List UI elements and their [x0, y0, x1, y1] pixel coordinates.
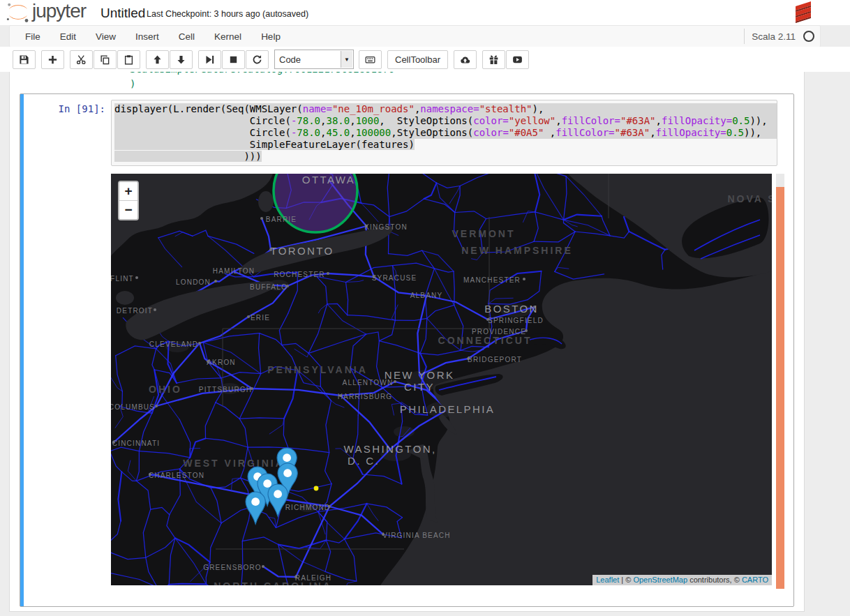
menubar: FileEditViewInsertCellKernelHelp Scala 2…	[9, 25, 821, 47]
map-label: RICHMOND	[285, 504, 331, 511]
toolbar-group	[198, 50, 269, 69]
move-cell-up-icon	[152, 54, 163, 65]
map-label: ERIE	[251, 314, 270, 322]
map-label: VERMONT	[452, 228, 516, 239]
map-label: MANCHESTER	[463, 276, 521, 284]
map-label: CITY	[404, 381, 435, 393]
gift-button[interactable]	[482, 50, 505, 69]
code-line: displayer(L.render(Seq(WMSLayer(name="ne…	[114, 103, 777, 115]
map-label: BRIDGEPORT	[468, 356, 522, 363]
menu-file[interactable]: File	[15, 27, 50, 47]
map-label: SPRINGFIELD	[488, 317, 544, 324]
restart-kernel-button[interactable]	[246, 50, 269, 69]
map-label: PHILADELPHIA	[400, 403, 495, 415]
map-label: AKRON	[207, 359, 236, 366]
move-cell-up-button[interactable]	[146, 50, 169, 69]
menu-view[interactable]: View	[86, 27, 126, 47]
toolbar-group: CellToolbar	[387, 50, 449, 69]
keyboard-shortcuts-button[interactable]	[359, 50, 382, 69]
scala-kernel-logo-icon	[793, 1, 814, 24]
run-cell-icon	[204, 54, 215, 65]
map-label: WEST VIRGINIA	[183, 458, 285, 469]
leaflet-link[interactable]: Leaflet	[596, 576, 619, 584]
notebook-title[interactable]: Untitled	[100, 6, 145, 21]
code-line: Circle(-78.0,38.0,1000, StyleOptions(col…	[114, 115, 777, 127]
input-prompt: In [91]:	[24, 100, 111, 166]
zoom-out-button[interactable]: −	[119, 201, 137, 219]
output-paren: )	[130, 78, 135, 90]
menu-insert[interactable]: Insert	[126, 27, 169, 47]
interrupt-kernel-button[interactable]	[222, 50, 245, 69]
map-label: NEW HAMPSHIRE	[461, 245, 573, 256]
code-line: Circle(-78.0,45.0,100000,StyleOptions(co…	[114, 127, 777, 139]
map-label: HARRISBURG	[338, 393, 393, 400]
map-label: SYRACUSE	[372, 274, 417, 282]
toolbar: Code▼CellToolbar	[13, 50, 535, 69]
cut-cells-icon	[76, 54, 87, 65]
map-label: COLUMBUS	[111, 403, 155, 411]
map-label: WASHINGTON,	[343, 443, 436, 455]
map-label: ALBANY	[410, 292, 443, 299]
kernel-idle-icon	[803, 31, 814, 42]
map-zoom-control: + −	[118, 181, 139, 220]
previous-cell-output: ScalaSimpleFeature:catalog:7001221756828…	[10, 72, 804, 93]
clipped-output-text: ScalaSimpleFeature:catalog:7001221756828…	[130, 72, 394, 75]
cell-type-select[interactable]: Code▼	[274, 50, 354, 69]
map-label: CONNECTICUT	[438, 335, 532, 346]
attribution-text: | ©	[619, 576, 633, 584]
save-icon	[19, 54, 29, 65]
output-scrollbar-thumb[interactable]	[776, 187, 784, 589]
selected-code-cell[interactable]: In [91]: displayer(L.render(Seq(WMSLayer…	[20, 93, 794, 607]
menu-edit[interactable]: Edit	[50, 27, 86, 47]
gift-icon	[489, 54, 499, 65]
map-label: BARRIE	[266, 216, 297, 223]
map-label: PENNSYLVANIA	[267, 364, 368, 375]
run-cell-button[interactable]	[198, 50, 221, 69]
zoom-in-button[interactable]: +	[119, 182, 137, 201]
carto-link[interactable]: CARTO	[742, 576, 768, 584]
code-line: SimpleFeatureLayer(features)	[114, 139, 777, 151]
leaflet-map[interactable]: OTTAWABARRIEKINGSTONTORONTOHAMILTONLONDO…	[111, 174, 772, 585]
cloud-upload-icon	[460, 54, 470, 65]
jupyter-logo-icon[interactable]	[6, 1, 31, 24]
menu-kernel[interactable]: Kernel	[204, 27, 251, 47]
toolbar-group	[359, 50, 382, 69]
video-button[interactable]	[506, 50, 529, 69]
map-label: GREENSBORO	[203, 564, 262, 571]
cloud-upload-button[interactable]	[454, 50, 477, 69]
map-label: FLINT	[111, 275, 134, 283]
map-label: ROCHESTER	[274, 271, 325, 278]
map-label: BOSTON	[484, 303, 538, 315]
cell-toolbar-button[interactable]: CellToolbar	[387, 50, 448, 69]
map-label: NORTH CAROLINA	[214, 580, 332, 585]
cut-cells-button[interactable]	[70, 50, 93, 69]
map-label: D. C.	[348, 455, 380, 467]
cell-input-row: In [91]: displayer(L.render(Seq(WMSLayer…	[20, 94, 793, 166]
restart-kernel-icon	[252, 54, 262, 65]
add-cell-button[interactable]	[41, 50, 64, 69]
save-button[interactable]	[13, 50, 36, 69]
chevron-down-icon[interactable]: ▼	[341, 51, 352, 68]
paste-cells-button[interactable]	[117, 50, 140, 69]
openstreetmap-link[interactable]: OpenStreetMap	[633, 576, 687, 584]
map-label: OHIO	[149, 384, 182, 395]
jupyter-wordmark[interactable]: jupyter	[32, 0, 86, 22]
map-label: KINGSTON	[364, 223, 408, 231]
toolbar-group	[13, 50, 36, 69]
map-attribution: Leaflet | © OpenStreetMap contributors, …	[592, 575, 772, 585]
code-line: )))	[114, 151, 777, 163]
attribution-text: contributors, ©	[687, 576, 742, 584]
menu-cell[interactable]: Cell	[169, 27, 204, 47]
code-editor[interactable]: displayer(L.render(Seq(WMSLayer(name="ne…	[111, 100, 777, 166]
move-cell-down-button[interactable]	[170, 50, 193, 69]
notebook-container: ScalaSimpleFeature:catalog:7001221756828…	[9, 72, 805, 612]
map-label: NOVA SC	[727, 193, 772, 204]
video-icon	[512, 54, 523, 65]
render-circle-small	[314, 486, 319, 491]
menu-help[interactable]: Help	[251, 27, 290, 47]
toolbar-group	[454, 50, 477, 69]
copy-cells-button[interactable]	[94, 50, 117, 69]
notebook-header: jupyter Untitled Last Checkpoint: 3 hour…	[0, 0, 850, 25]
map-label: VIRGINIA BEACH	[382, 532, 450, 539]
map-label: BUFFALO	[250, 283, 288, 291]
